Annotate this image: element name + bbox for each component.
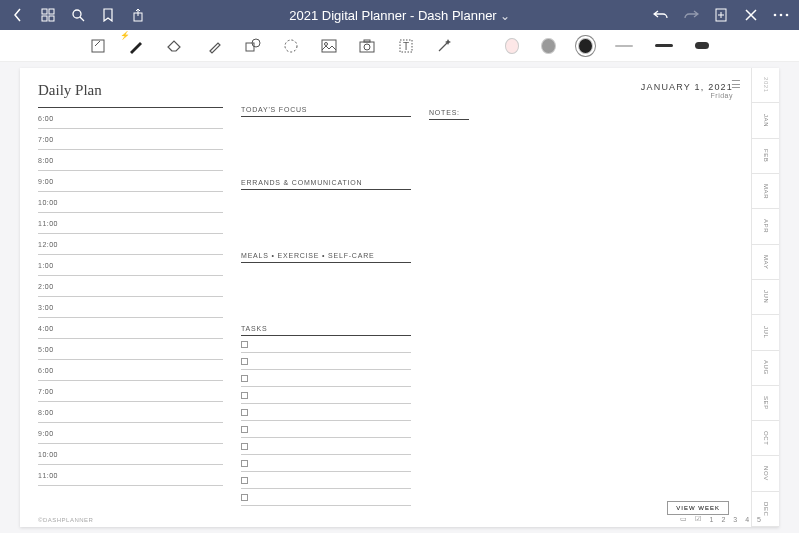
tab-month-jan[interactable]: JAN: [752, 103, 779, 138]
pager-page[interactable]: 4: [745, 516, 749, 523]
hour-label: 5:00: [38, 346, 64, 353]
chevron-down-icon: ⌄: [500, 9, 510, 23]
pager-doc-icon[interactable]: ▭: [680, 515, 687, 523]
hour-row[interactable]: 3:00: [38, 297, 223, 318]
hour-row[interactable]: 11:00: [38, 465, 223, 486]
highlighter-tool-icon[interactable]: [206, 37, 222, 55]
hour-label: 4:00: [38, 325, 64, 332]
tab-month-oct[interactable]: OCT: [752, 421, 779, 456]
task-checkbox[interactable]: [241, 341, 248, 348]
task-checkbox[interactable]: [241, 392, 248, 399]
tab-month-jun[interactable]: JUN: [752, 280, 779, 315]
task-checkbox[interactable]: [241, 426, 248, 433]
share-icon[interactable]: [130, 7, 146, 23]
hour-row[interactable]: 9:00: [38, 171, 223, 192]
task-row[interactable]: [241, 353, 411, 370]
task-checkbox[interactable]: [241, 409, 248, 416]
stroke-medium[interactable]: [655, 44, 673, 47]
pen-tool-icon[interactable]: ⚡: [128, 37, 144, 55]
errands-label: ERRANDS & COMMUNICATION: [241, 179, 411, 190]
hour-row[interactable]: 8:00: [38, 402, 223, 423]
hour-label: 10:00: [38, 451, 64, 458]
image-tool-icon[interactable]: [321, 37, 337, 55]
hour-row[interactable]: 7:00: [38, 129, 223, 150]
back-icon[interactable]: [10, 7, 26, 23]
hour-row[interactable]: 8:00: [38, 150, 223, 171]
hour-row[interactable]: 6:00: [38, 360, 223, 381]
hour-row[interactable]: 10:00: [38, 444, 223, 465]
camera-tool-icon[interactable]: [359, 37, 375, 55]
hour-row[interactable]: 1:00: [38, 255, 223, 276]
eraser-tool-icon[interactable]: [166, 37, 184, 55]
hour-row[interactable]: 12:00: [38, 234, 223, 255]
task-row[interactable]: [241, 404, 411, 421]
stroke-thick[interactable]: [695, 42, 709, 49]
document-title[interactable]: 2021 Digital Planner - Dash Planner⌄: [146, 8, 653, 23]
hour-row[interactable]: 5:00: [38, 339, 223, 360]
stroke-thin[interactable]: [615, 45, 633, 47]
undo-icon[interactable]: [653, 7, 669, 23]
svg-rect-1: [49, 9, 54, 14]
task-row[interactable]: [241, 370, 411, 387]
task-checkbox[interactable]: [241, 460, 248, 467]
readonly-tool-icon[interactable]: [90, 37, 106, 55]
tab-month-nov[interactable]: NOV: [752, 456, 779, 491]
task-row[interactable]: [241, 472, 411, 489]
tab-month-aug[interactable]: AUG: [752, 351, 779, 386]
hour-label: 9:00: [38, 178, 64, 185]
task-checkbox[interactable]: [241, 358, 248, 365]
search-icon[interactable]: [70, 7, 86, 23]
task-row[interactable]: [241, 336, 411, 353]
notes-column: JANUARY 1, 2021 Friday NOTES: VIEW WEEK: [429, 82, 733, 521]
tab-month-jul[interactable]: JUL: [752, 315, 779, 350]
color-swatch-gray[interactable]: [541, 38, 556, 54]
magic-tool-icon[interactable]: [436, 37, 452, 55]
task-checkbox[interactable]: [241, 443, 248, 450]
redo-icon[interactable]: [683, 7, 699, 23]
hour-label: 12:00: [38, 241, 64, 248]
color-swatch-pink[interactable]: [505, 38, 520, 54]
bookmark-icon[interactable]: [100, 7, 116, 23]
hour-label: 6:00: [38, 367, 64, 374]
hour-row[interactable]: 7:00: [38, 381, 223, 402]
pager-page[interactable]: 2: [721, 516, 725, 523]
pager-check-icon[interactable]: ☑: [695, 515, 701, 523]
pager-page[interactable]: 5: [757, 516, 761, 523]
hour-row[interactable]: 6:00: [38, 108, 223, 129]
tab-month-feb[interactable]: FEB: [752, 139, 779, 174]
lasso-tool-icon[interactable]: [283, 37, 299, 55]
text-tool-icon[interactable]: T: [397, 37, 413, 55]
task-row[interactable]: [241, 421, 411, 438]
hour-row[interactable]: 10:00: [38, 192, 223, 213]
hour-row[interactable]: 11:00: [38, 213, 223, 234]
hour-row[interactable]: 9:00: [38, 423, 223, 444]
pager-page[interactable]: 3: [733, 516, 737, 523]
notes-dot-grid[interactable]: VIEW WEEK: [429, 124, 733, 521]
task-checkbox[interactable]: [241, 477, 248, 484]
view-week-button[interactable]: VIEW WEEK: [667, 501, 729, 515]
task-row[interactable]: [241, 387, 411, 404]
task-row[interactable]: [241, 438, 411, 455]
close-icon[interactable]: [743, 7, 759, 23]
hour-label: 9:00: [38, 430, 64, 437]
task-checkbox[interactable]: [241, 375, 248, 382]
task-row[interactable]: [241, 455, 411, 472]
task-checkbox[interactable]: [241, 494, 248, 501]
tab-month-apr[interactable]: APR: [752, 209, 779, 244]
more-icon[interactable]: [773, 7, 789, 23]
pager-page[interactable]: 1: [709, 516, 713, 523]
hour-row[interactable]: 2:00: [38, 276, 223, 297]
color-swatch-black[interactable]: [578, 38, 593, 54]
svg-point-4: [73, 10, 81, 18]
grid-icon[interactable]: [40, 7, 56, 23]
shapes-tool-icon[interactable]: [245, 37, 261, 55]
task-row[interactable]: [241, 489, 411, 506]
tab-month-mar[interactable]: MAR: [752, 174, 779, 209]
add-page-icon[interactable]: [713, 7, 729, 23]
tab-month-sep[interactable]: SEP: [752, 386, 779, 421]
focus-label: TODAY'S FOCUS: [241, 106, 411, 117]
tab-year[interactable]: 2021: [752, 68, 779, 103]
svg-point-8: [774, 14, 777, 17]
hour-row[interactable]: 4:00: [38, 318, 223, 339]
tab-month-may[interactable]: MAY: [752, 245, 779, 280]
